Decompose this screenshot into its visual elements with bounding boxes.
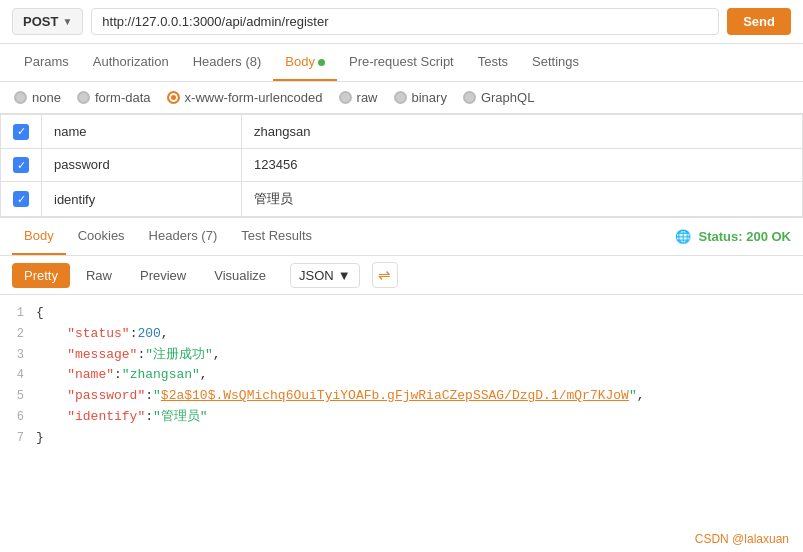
wrap-lines-icon[interactable]: ⇌ xyxy=(372,262,398,288)
resp-tab-headers[interactable]: Headers (7) xyxy=(137,218,230,255)
request-tabs: Params Authorization Headers (8) Body Pr… xyxy=(0,44,803,82)
table-row: ✓ password 123456 xyxy=(1,148,803,182)
json-chevron-icon: ▼ xyxy=(338,268,351,283)
chevron-down-icon: ▼ xyxy=(62,16,72,27)
body-dot xyxy=(318,59,325,66)
response-tabs-bar: Body Cookies Headers (7) Test Results 🌐 … xyxy=(0,218,803,256)
body-type-binary[interactable]: binary xyxy=(394,90,447,105)
body-type-none[interactable]: none xyxy=(14,90,61,105)
status-badge: Status: 200 OK xyxy=(699,229,791,244)
pretty-tab-pretty[interactable]: Pretty xyxy=(12,263,70,288)
radio-urlencoded xyxy=(167,91,180,104)
row-2-key: password xyxy=(42,148,242,182)
globe-icon: 🌐 xyxy=(675,229,691,244)
response-section: Body Cookies Headers (7) Test Results 🌐 … xyxy=(0,217,803,457)
body-type-graphql[interactable]: GraphQL xyxy=(463,90,534,105)
body-type-form-data[interactable]: form-data xyxy=(77,90,151,105)
table-row: ✓ identify 管理员 xyxy=(1,182,803,217)
json-line-5: 5 "password": "$2a$10$.WsQMichq6OuiTyiYO… xyxy=(0,386,803,407)
json-line-2: 2 "status": 200, xyxy=(0,324,803,345)
radio-binary xyxy=(394,91,407,104)
tab-settings[interactable]: Settings xyxy=(520,44,591,81)
json-line-6: 6 "identify": "管理员" xyxy=(0,407,803,428)
tab-headers[interactable]: Headers (8) xyxy=(181,44,274,81)
tab-body[interactable]: Body xyxy=(273,44,337,81)
radio-none xyxy=(14,91,27,104)
radio-raw xyxy=(339,91,352,104)
row-2-value: 123456 xyxy=(242,148,803,182)
resp-tab-test-results[interactable]: Test Results xyxy=(229,218,324,255)
json-line-3: 3 "message": "注册成功", xyxy=(0,345,803,366)
method-label: POST xyxy=(23,14,58,29)
pretty-tab-preview[interactable]: Preview xyxy=(128,263,198,288)
json-line-7: 7 } xyxy=(0,428,803,449)
radio-form-data xyxy=(77,91,90,104)
radio-graphql xyxy=(463,91,476,104)
body-type-urlencoded[interactable]: x-www-form-urlencoded xyxy=(167,90,323,105)
send-button[interactable]: Send xyxy=(727,8,791,35)
json-viewer: 1 { 2 "status": 200, 3 "message": "注册成功"… xyxy=(0,295,803,457)
json-format-select[interactable]: JSON ▼ xyxy=(290,263,360,288)
url-bar: POST ▼ Send xyxy=(0,0,803,44)
pretty-tab-raw[interactable]: Raw xyxy=(74,263,124,288)
row-1-checkbox[interactable]: ✓ xyxy=(13,124,29,140)
row-3-checkbox[interactable]: ✓ xyxy=(13,191,29,207)
pretty-tabs-bar: Pretty Raw Preview Visualize JSON ▼ ⇌ xyxy=(0,256,803,295)
body-type-raw[interactable]: raw xyxy=(339,90,378,105)
row-1-value: zhangsan xyxy=(242,115,803,149)
tab-pre-request[interactable]: Pre-request Script xyxy=(337,44,466,81)
url-input[interactable] xyxy=(91,8,719,35)
resp-tab-cookies[interactable]: Cookies xyxy=(66,218,137,255)
tab-tests[interactable]: Tests xyxy=(466,44,520,81)
form-table: ✓ name zhangsan ✓ password 123456 ✓ iden… xyxy=(0,114,803,217)
pretty-tab-visualize[interactable]: Visualize xyxy=(202,263,278,288)
table-row: ✓ name zhangsan xyxy=(1,115,803,149)
footer-credit: CSDN @lalaxuan xyxy=(695,532,789,546)
resp-tab-body[interactable]: Body xyxy=(12,218,66,255)
body-type-bar: none form-data x-www-form-urlencoded raw… xyxy=(0,82,803,114)
json-line-1: 1 { xyxy=(0,303,803,324)
tab-authorization[interactable]: Authorization xyxy=(81,44,181,81)
row-3-value: 管理员 xyxy=(242,182,803,217)
tab-params[interactable]: Params xyxy=(12,44,81,81)
row-1-key: name xyxy=(42,115,242,149)
response-status-area: 🌐 Status: 200 OK xyxy=(675,229,791,244)
method-select[interactable]: POST ▼ xyxy=(12,8,83,35)
row-2-checkbox[interactable]: ✓ xyxy=(13,157,29,173)
json-line-4: 4 "name": "zhangsan", xyxy=(0,365,803,386)
row-3-key: identify xyxy=(42,182,242,217)
